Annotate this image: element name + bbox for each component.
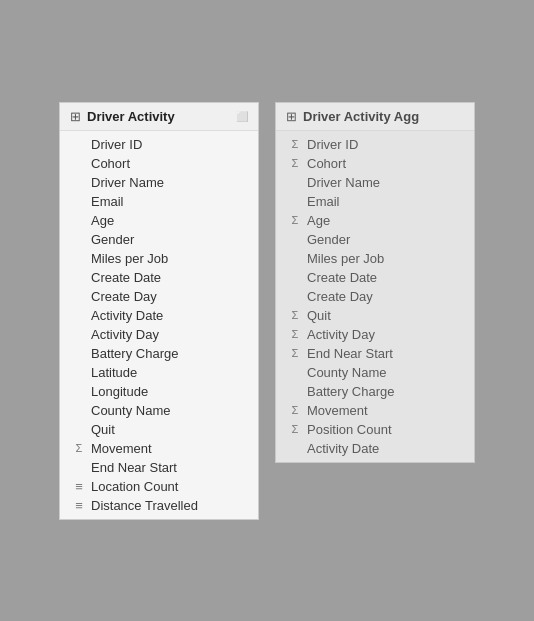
right-table-grid-icon xyxy=(286,109,297,124)
field-label: Cohort xyxy=(307,156,346,171)
field-item[interactable]: Position Count xyxy=(276,420,474,439)
sigma-icon xyxy=(288,328,302,340)
field-label: End Near Start xyxy=(307,346,393,361)
field-label: End Near Start xyxy=(91,460,177,475)
field-item[interactable]: Email xyxy=(276,192,474,211)
field-label: Miles per Job xyxy=(307,251,384,266)
field-item[interactable]: Movement xyxy=(276,401,474,420)
left-table-title: Driver Activity xyxy=(87,109,175,124)
left-field-list: Driver IDCohortDriver NameEmailAgeGender… xyxy=(60,131,258,519)
field-item[interactable]: County Name xyxy=(276,363,474,382)
field-label: Location Count xyxy=(91,479,178,494)
sigma-icon xyxy=(288,404,302,416)
left-table-expand-icon[interactable] xyxy=(236,110,248,122)
field-item[interactable]: Gender xyxy=(276,230,474,249)
field-item[interactable]: Miles per Job xyxy=(60,249,258,268)
field-label: Cohort xyxy=(91,156,130,171)
field-label: Age xyxy=(91,213,114,228)
field-item[interactable]: Quit xyxy=(276,306,474,325)
field-label: Create Day xyxy=(307,289,373,304)
field-item[interactable]: Driver Name xyxy=(276,173,474,192)
field-item[interactable]: Battery Charge xyxy=(60,344,258,363)
sigma-icon xyxy=(72,442,86,454)
ruler-icon xyxy=(72,498,86,513)
field-item[interactable]: Create Date xyxy=(276,268,474,287)
field-label: Age xyxy=(307,213,330,228)
field-label: Latitude xyxy=(91,365,137,380)
field-label: County Name xyxy=(307,365,386,380)
right-table-card: Driver Activity Agg Driver IDCohortDrive… xyxy=(275,102,475,463)
field-item[interactable]: Activity Day xyxy=(276,325,474,344)
sigma-icon xyxy=(288,309,302,321)
left-table-header: Driver Activity xyxy=(60,103,258,131)
field-item[interactable]: Create Day xyxy=(60,287,258,306)
field-item[interactable]: Activity Date xyxy=(60,306,258,325)
sigma-icon xyxy=(288,138,302,150)
field-label: Battery Charge xyxy=(91,346,178,361)
field-item[interactable]: Create Date xyxy=(60,268,258,287)
field-item[interactable]: End Near Start xyxy=(60,458,258,477)
field-item[interactable]: Driver Name xyxy=(60,173,258,192)
main-container: Driver Activity Driver IDCohortDriver Na… xyxy=(39,82,495,540)
field-item[interactable]: End Near Start xyxy=(276,344,474,363)
field-label: Quit xyxy=(91,422,115,437)
field-label: Movement xyxy=(307,403,368,418)
field-item[interactable]: Activity Date xyxy=(276,439,474,458)
field-item[interactable]: Miles per Job xyxy=(276,249,474,268)
field-item[interactable]: County Name xyxy=(60,401,258,420)
field-item[interactable]: Age xyxy=(60,211,258,230)
right-table-title: Driver Activity Agg xyxy=(303,109,419,124)
field-label: Create Date xyxy=(307,270,377,285)
field-item[interactable]: Cohort xyxy=(60,154,258,173)
field-label: Miles per Job xyxy=(91,251,168,266)
field-label: Activity Date xyxy=(307,441,379,456)
field-item[interactable]: Gender xyxy=(60,230,258,249)
field-item[interactable]: Location Count xyxy=(60,477,258,496)
field-item[interactable]: Age xyxy=(276,211,474,230)
field-label: Driver Name xyxy=(307,175,380,190)
field-item[interactable]: Driver ID xyxy=(276,135,474,154)
field-item[interactable]: Create Day xyxy=(276,287,474,306)
field-item[interactable]: Battery Charge xyxy=(276,382,474,401)
field-label: Battery Charge xyxy=(307,384,394,399)
sigma-icon xyxy=(288,347,302,359)
field-label: Driver ID xyxy=(307,137,358,152)
field-label: Gender xyxy=(91,232,134,247)
field-label: Driver ID xyxy=(91,137,142,152)
field-label: Email xyxy=(307,194,340,209)
field-label: Create Day xyxy=(91,289,157,304)
field-label: Distance Travelled xyxy=(91,498,198,513)
field-label: County Name xyxy=(91,403,170,418)
field-label: Longitude xyxy=(91,384,148,399)
sigma-icon xyxy=(288,214,302,226)
left-table-card: Driver Activity Driver IDCohortDriver Na… xyxy=(59,102,259,520)
field-item[interactable]: Movement xyxy=(60,439,258,458)
right-table-header: Driver Activity Agg xyxy=(276,103,474,131)
field-label: Driver Name xyxy=(91,175,164,190)
field-item[interactable]: Email xyxy=(60,192,258,211)
field-item[interactable]: Longitude xyxy=(60,382,258,401)
left-table-grid-icon xyxy=(70,109,81,124)
field-label: Gender xyxy=(307,232,350,247)
field-label: Create Date xyxy=(91,270,161,285)
field-item[interactable]: Activity Day xyxy=(60,325,258,344)
field-label: Email xyxy=(91,194,124,209)
field-item[interactable]: Driver ID xyxy=(60,135,258,154)
field-label: Position Count xyxy=(307,422,392,437)
field-item[interactable]: Latitude xyxy=(60,363,258,382)
field-label: Movement xyxy=(91,441,152,456)
sigma-icon xyxy=(288,157,302,169)
field-label: Activity Day xyxy=(307,327,375,342)
field-item[interactable]: Distance Travelled xyxy=(60,496,258,515)
field-label: Activity Date xyxy=(91,308,163,323)
field-item[interactable]: Quit xyxy=(60,420,258,439)
sigma-icon xyxy=(288,423,302,435)
ruler-icon xyxy=(72,479,86,494)
field-item[interactable]: Cohort xyxy=(276,154,474,173)
field-label: Quit xyxy=(307,308,331,323)
right-field-list: Driver IDCohortDriver NameEmailAgeGender… xyxy=(276,131,474,462)
field-label: Activity Day xyxy=(91,327,159,342)
